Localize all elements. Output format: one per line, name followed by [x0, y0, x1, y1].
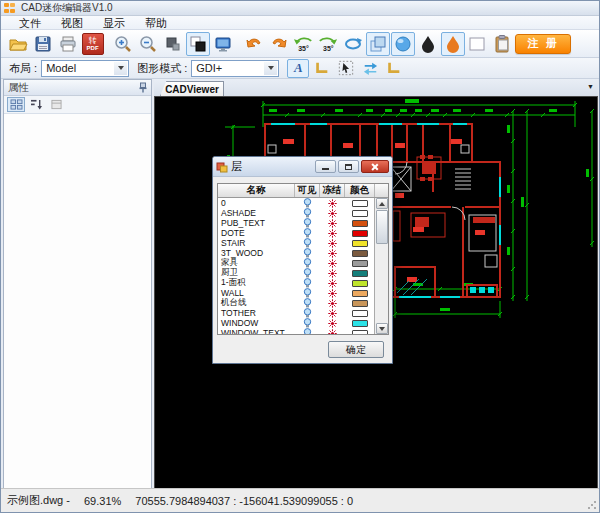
layer-color-swatch[interactable]: [352, 310, 368, 317]
freeze-sun-icon[interactable]: [328, 319, 337, 328]
visible-bulb-icon[interactable]: [303, 208, 312, 218]
zoom-in-button[interactable]: [112, 32, 136, 56]
layer-color-swatch[interactable]: [352, 290, 368, 297]
layer-row[interactable]: DOTE: [218, 228, 375, 238]
rotate-right-button[interactable]: 35°: [316, 32, 340, 56]
flip-view-button[interactable]: [341, 32, 365, 56]
tab-list-chevron-icon[interactable]: ▼: [587, 83, 594, 90]
layer-color-swatch[interactable]: [352, 200, 368, 207]
ink-orange-button[interactable]: [441, 32, 465, 56]
text-toggle-button[interactable]: A: [287, 59, 309, 78]
categorized-button[interactable]: [7, 97, 25, 112]
layer-row[interactable]: 机台线: [218, 298, 375, 308]
visible-bulb-icon[interactable]: [303, 278, 312, 288]
blank-page-button[interactable]: [466, 32, 490, 56]
layers-button[interactable]: [366, 32, 390, 56]
fit-corner-button[interactable]: [383, 59, 405, 78]
visible-bulb-icon[interactable]: [303, 258, 312, 268]
layer-color-swatch[interactable]: [352, 230, 368, 237]
layer-color-swatch[interactable]: [352, 250, 368, 257]
maximize-button[interactable]: [338, 160, 359, 173]
background-contrast-button[interactable]: [186, 32, 210, 56]
render-sphere-button[interactable]: [391, 32, 415, 56]
freeze-sun-icon[interactable]: [328, 249, 337, 258]
freeze-sun-icon[interactable]: [328, 299, 337, 308]
pdf-export-button[interactable]: 转 PDF: [81, 32, 105, 56]
visible-bulb-icon[interactable]: [303, 318, 312, 328]
freeze-sun-icon[interactable]: [328, 269, 337, 278]
visible-bulb-icon[interactable]: [303, 268, 312, 278]
layer-color-swatch[interactable]: [352, 240, 368, 247]
visible-bulb-icon[interactable]: [303, 288, 312, 298]
layer-color-swatch[interactable]: [352, 260, 368, 267]
fit-screen-button[interactable]: [211, 32, 235, 56]
layer-row[interactable]: TOTHER: [218, 308, 375, 318]
layer-color-swatch[interactable]: [352, 270, 368, 277]
freeze-sun-icon[interactable]: [328, 279, 337, 288]
zoom-out-button[interactable]: [136, 32, 160, 56]
visible-bulb-icon[interactable]: [303, 298, 312, 308]
menu-item-view[interactable]: 视图: [51, 16, 93, 30]
visible-bulb-icon[interactable]: [303, 218, 312, 228]
chevron-down-icon[interactable]: [264, 62, 277, 75]
background-dark-button[interactable]: [161, 32, 185, 56]
visible-bulb-icon[interactable]: [303, 198, 312, 208]
layout-combo[interactable]: Model: [41, 60, 129, 77]
layer-row[interactable]: ASHADE: [218, 208, 375, 218]
title-bar[interactable]: CAD迷你编辑器V1.0: [1, 1, 599, 16]
layer-color-swatch[interactable]: [352, 330, 368, 335]
rotate-left-button[interactable]: 35°: [292, 32, 316, 56]
freeze-sun-icon[interactable]: [328, 209, 337, 218]
visible-bulb-icon[interactable]: [303, 328, 312, 334]
close-button[interactable]: [361, 160, 389, 173]
resize-grip[interactable]: [587, 500, 597, 510]
freeze-sun-icon[interactable]: [328, 239, 337, 248]
ink-black-button[interactable]: [416, 32, 440, 56]
freeze-sun-icon[interactable]: [328, 329, 337, 335]
select-mode-button[interactable]: [335, 59, 357, 78]
chevron-down-icon[interactable]: [114, 62, 127, 75]
layer-row[interactable]: 1-面积: [218, 278, 375, 288]
menu-item-file[interactable]: 文件: [9, 16, 51, 30]
menu-item-help[interactable]: 帮助: [135, 16, 177, 30]
graphics-mode-combo[interactable]: GDI+: [191, 60, 279, 77]
scroll-thumb[interactable]: [376, 210, 388, 244]
lineweight-corner-button[interactable]: [311, 59, 333, 78]
freeze-sun-icon[interactable]: [328, 219, 337, 228]
visible-bulb-icon[interactable]: [303, 248, 312, 258]
print-button[interactable]: [56, 32, 80, 56]
layer-color-swatch[interactable]: [352, 300, 368, 307]
freeze-sun-icon[interactable]: [328, 229, 337, 238]
layer-row[interactable]: WINDOW_TEXT: [218, 328, 375, 334]
layer-row[interactable]: 0: [218, 198, 375, 208]
pin-icon[interactable]: [139, 82, 147, 93]
freeze-sun-icon[interactable]: [328, 259, 337, 268]
freeze-sun-icon[interactable]: [328, 309, 337, 318]
redo-button[interactable]: [267, 32, 291, 56]
minimize-button[interactable]: [315, 160, 336, 173]
layers-scrollbar[interactable]: [374, 198, 388, 334]
layer-color-swatch[interactable]: [352, 320, 368, 327]
swap-colors-button[interactable]: [359, 59, 381, 78]
visible-bulb-icon[interactable]: [303, 238, 312, 248]
save-button[interactable]: [31, 32, 55, 56]
layer-row[interactable]: PUB_TEXT: [218, 218, 375, 228]
freeze-sun-icon[interactable]: [328, 199, 337, 208]
menu-item-display[interactable]: 显示: [93, 16, 135, 30]
paste-button[interactable]: [490, 32, 514, 56]
register-button[interactable]: 注 册: [515, 34, 571, 54]
visible-bulb-icon[interactable]: [303, 308, 312, 318]
property-pages-button[interactable]: [47, 97, 65, 112]
layer-color-swatch[interactable]: [352, 220, 368, 227]
layer-color-swatch[interactable]: [352, 210, 368, 217]
scroll-down-icon[interactable]: [376, 323, 388, 334]
freeze-sun-icon[interactable]: [328, 289, 337, 298]
sort-alphabetical-button[interactable]: [27, 97, 45, 112]
layer-row[interactable]: STAIR: [218, 238, 375, 248]
layer-row[interactable]: WINDOW: [218, 318, 375, 328]
visible-bulb-icon[interactable]: [303, 228, 312, 238]
scroll-up-icon[interactable]: [376, 198, 388, 209]
tab-cadviewer[interactable]: CADViewer: [160, 81, 224, 96]
open-button[interactable]: [6, 32, 30, 56]
ok-button[interactable]: 确定: [328, 341, 384, 358]
